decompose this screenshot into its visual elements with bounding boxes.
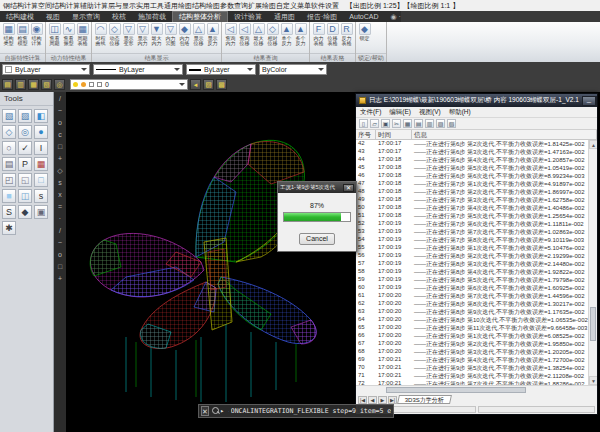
minimize-button[interactable]: ─ <box>582 96 596 106</box>
log-row[interactable]: 54 17:00:19 ——正在进行第7步 第8次迭代,不平衡力收敛误差=9.1… <box>356 236 588 244</box>
palette-tool-icon[interactable]: □ <box>34 173 48 187</box>
log-row[interactable]: 46 17:00:18 ——正在进行第6步 第6次迭代,不平衡力收敛误差=8.9… <box>356 172 588 180</box>
palette-tool-icon[interactable]: ○ <box>2 141 16 155</box>
log-window-titlebar[interactable]: 日志 E:\2019蝴蝶\最新\190603蝴蝶双层\桥 内容 190603蝴蝶… <box>356 94 597 107</box>
ribbon-tool[interactable]: ▲ 单个 反力 <box>280 23 293 46</box>
log-row[interactable]: 62 17:00:20 ——正在进行第8步 第8次迭代,不平衡力收敛误差=1.3… <box>356 300 588 308</box>
log-row[interactable]: 64 17:00:20 ——正在进行第8步 第10次迭代,不平衡力收敛误差=1.… <box>356 316 588 324</box>
search-icon[interactable] <box>211 406 218 416</box>
ribbon-tool[interactable]: ▽ 内力 云图 <box>164 23 177 46</box>
log-row[interactable]: 68 17:00:20 ——正在进行第9步 第3次迭代,不平衡力收敛误差=1.2… <box>356 348 588 356</box>
palette-tool-icon[interactable]: ◰ <box>2 173 16 187</box>
ribbon-tool[interactable]: ▤ 检查 模型 <box>16 23 29 46</box>
ribbon-tool[interactable]: ▦ 周期 表格 <box>76 23 89 46</box>
log-row[interactable]: 60 17:00:19 ——正在进行第8步 第6次迭代,不平衡力收敛误差=1.6… <box>356 284 588 292</box>
ribbon-tool[interactable]: ◉ 结构 计算 <box>30 23 43 46</box>
ribbon-tab[interactable]: 校核 <box>106 11 132 22</box>
ribbon-tab[interactable]: 通用图 <box>268 11 301 22</box>
menu-item[interactable]: 扩展绘图 <box>248 1 276 11</box>
log-row[interactable]: 66 17:00:20 ——正在进行第9步 第1次迭代,不平衡力收敛误差=6.0… <box>356 332 588 340</box>
menu-item[interactable]: 钢结构计算 <box>3 1 38 11</box>
log-menu-item[interactable]: 文件(F) <box>360 108 381 117</box>
log-row[interactable]: 51 17:00:18 ——正在进行第7步 第5次迭代,不平衡力收敛误差=1.2… <box>356 212 588 220</box>
ribbon-tool[interactable]: ▦ 结构 类型 <box>2 23 15 46</box>
copy-icon[interactable]: ▦ <box>403 119 412 128</box>
ribbon-tool[interactable]: ∿ 查看 振型 <box>62 23 75 46</box>
log-row[interactable]: 59 17:00:19 ——正在进行第8步 第5次迭代,不平衡力收敛误差=1.7… <box>356 276 588 284</box>
log-row[interactable]: 71 17:00:21 ——正在进行第9步 第6次迭代,不平衡力收敛误差=2.1… <box>356 372 588 380</box>
log-row[interactable]: 70 17:00:21 ——正在进行第9步 第5次迭代,不平衡力收敛误差=1.3… <box>356 364 588 372</box>
prev-sheet-icon[interactable]: ◀ <box>368 396 377 404</box>
palette-tool-icon[interactable]: ✓ <box>18 141 32 155</box>
log-row[interactable]: 67 17:00:20 ——正在进行第9步 第2次迭代,不平衡力收敛误差=1.9… <box>356 340 588 348</box>
print-icon[interactable]: ▥ <box>425 119 434 128</box>
draw-tool-icon[interactable]: = <box>56 202 65 211</box>
linetype-combo[interactable]: ByLayer <box>93 64 183 75</box>
ribbon-tool[interactable]: ◇ 动态 位移 <box>108 23 121 46</box>
draw-tool-icon[interactable]: ~ <box>56 106 65 115</box>
export-icon[interactable]: ▧ <box>447 119 456 128</box>
palette-tool-icon[interactable]: ▤ <box>2 157 16 171</box>
ribbon-tool[interactable]: ▽ 显示 内力 <box>136 23 149 46</box>
palette-tool-icon[interactable]: ▦ <box>34 157 48 171</box>
draw-tool-icon[interactable]: / <box>56 94 65 103</box>
layer-unisolate-button[interactable]: ▧ <box>41 79 52 90</box>
log-row[interactable]: 52 17:00:19 ——正在进行第7步 第6次迭代,不平衡力收敛误差=1.1… <box>356 220 588 228</box>
new-icon[interactable]: ▯ <box>359 119 368 128</box>
ribbon-tool[interactable]: ▽ 显示 变形 <box>122 23 135 46</box>
log-row[interactable]: 45 17:00:18 ——正在进行第6步 第5次迭代,不平衡力收敛误差=1.0… <box>356 164 588 172</box>
log-row[interactable]: 43 17:00:17 ——正在进行第6步 第3次迭代,不平衡力收敛误差=1.4… <box>356 148 588 156</box>
menu-item[interactable]: 层与显示 <box>108 1 136 11</box>
ribbon-tool[interactable]: F 内力 表格 <box>312 23 325 46</box>
draw-tool-icon[interactable]: x <box>56 190 65 199</box>
menu-item[interactable]: 实用工具 <box>136 1 164 11</box>
ribbon-tool[interactable]: ◫ 查看 周期 <box>48 23 61 46</box>
ribbon-tool[interactable]: ◁ 查询 位移 <box>238 23 251 46</box>
layer-previous-button[interactable]: ◂ <box>190 79 201 90</box>
palette-tool-icon[interactable]: I <box>34 141 48 155</box>
close-icon[interactable]: ✕ <box>201 406 209 416</box>
scrollbar-thumb[interactable] <box>590 307 596 341</box>
save-icon[interactable]: ▣ <box>381 119 390 128</box>
ribbon-tab[interactable]: 结构建模 <box>0 11 40 22</box>
color-combo[interactable]: ByLayer <box>2 64 90 75</box>
palette-tool-icon[interactable]: ▣ <box>34 205 48 219</box>
layer-isolate-button[interactable]: ▦ <box>28 79 39 90</box>
ribbon-tool[interactable]: R 反力 表格 <box>340 23 353 46</box>
log-row[interactable]: 57 17:00:19 ——正在进行第8步 第3次迭代,不平衡力收敛误差=2.1… <box>356 260 588 268</box>
draw-tool-icon[interactable]: · <box>56 214 65 223</box>
palette-tool-icon[interactable]: ● <box>34 125 48 139</box>
draw-tool-icon[interactable]: ◇ <box>56 166 65 175</box>
log-menu-item[interactable]: 编辑(E) <box>389 108 411 117</box>
ribbon-tab[interactable]: 施加荷载 <box>132 11 172 22</box>
menu-item[interactable]: 辅助计算 <box>80 1 108 11</box>
scrollbar-thumb[interactable] <box>386 387 526 393</box>
palette-tool-icon[interactable]: ◇ <box>2 125 16 139</box>
log-menu-item[interactable]: 视图(V) <box>419 108 441 117</box>
progress-dialog-titlebar[interactable]: 工况1-第9步第5次迭代 ✕ <box>278 182 356 193</box>
ribbon-options-icon[interactable]: ◉ · <box>391 11 401 22</box>
palette-tool-icon[interactable]: ▨ <box>18 109 32 123</box>
log-row[interactable]: 50 17:00:18 ——正在进行第7步 第4次迭代,不平衡力收敛误差=1.4… <box>356 204 588 212</box>
ribbon-tool[interactable]: ◁ 查询 内力 <box>224 23 237 46</box>
ribbon-tab[interactable]: AutoCAD <box>343 11 384 22</box>
log-row[interactable]: 48 17:00:18 ——正在进行第7步 第2次迭代,不平衡力收敛误差=1.8… <box>356 188 588 196</box>
palette-tool-icon[interactable]: ◎ <box>18 125 32 139</box>
ribbon-tab[interactable]: 设计验算 <box>228 11 268 22</box>
menu-item[interactable]: 软件设置 <box>311 1 339 11</box>
menu-item[interactable]: 通用绘图 <box>164 1 192 11</box>
log-row[interactable]: 49 17:00:18 ——正在进行第7步 第3次迭代,不平衡力收敛误差=1.6… <box>356 196 588 204</box>
horizontal-scrollbar[interactable] <box>356 385 597 394</box>
lineweight-combo[interactable]: ByLayer <box>186 64 256 75</box>
log-menu-item[interactable]: 帮助(H) <box>449 108 471 117</box>
clear-icon[interactable]: ▨ <box>436 119 445 128</box>
scroll-down-icon[interactable]: ▼ <box>589 376 597 385</box>
log-row[interactable]: 69 17:00:21 ——正在进行第9步 第4次迭代,不平衡力收敛误差=1.7… <box>356 356 588 364</box>
first-sheet-icon[interactable]: |◀ <box>358 396 367 404</box>
layer-walk-button[interactable]: ▩ <box>216 79 227 90</box>
ribbon-tool[interactable]: ▲ 显示 反力 <box>206 23 219 46</box>
palette-tool-icon[interactable]: ✱ <box>2 221 16 235</box>
menu-item[interactable]: 自定义菜单 <box>276 1 311 11</box>
ribbon-tab[interactable]: 视图 <box>40 11 66 22</box>
make-object-layer-current-button[interactable]: ◎ <box>54 79 65 90</box>
